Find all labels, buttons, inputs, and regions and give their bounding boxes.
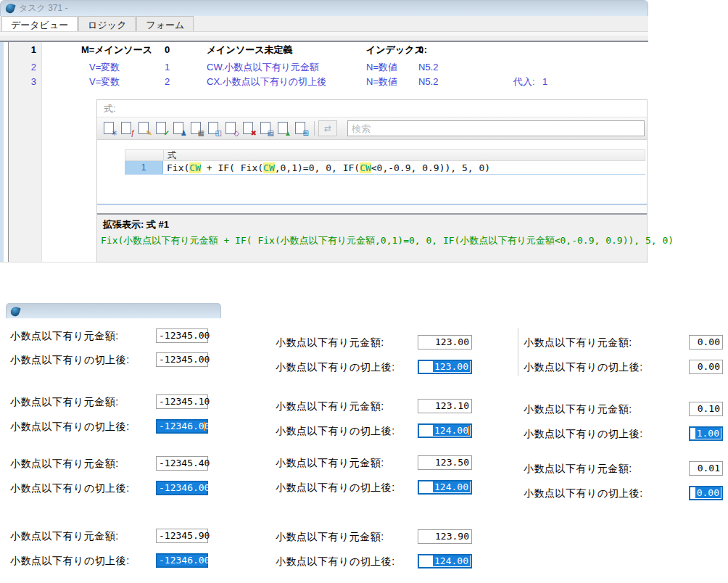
grid-cell-picture[interactable]: N5.2 [418, 75, 438, 88]
panel-splitter[interactable] [97, 204, 647, 215]
result-field[interactable]: 124.00 [418, 423, 472, 438]
check-syntax-icon[interactable]: ✔ [154, 121, 170, 136]
icon-glyph: ▲ [284, 130, 291, 137]
expression-text[interactable]: Fix(CW + IF( Fix(CW,0,1)=0, 0, IF(CW<0,-… [167, 161, 490, 175]
variable-token: CW [263, 162, 275, 173]
task-titlebar[interactable]: タスク 371 - [0, 0, 648, 16]
delete-expression-icon[interactable]: ✖ [241, 121, 257, 136]
result-field[interactable]: -12346.00 [156, 419, 208, 434]
result-label: 小数点以下有りの切上後: [276, 481, 395, 493]
amount-field[interactable]: 0.01 [689, 461, 723, 476]
result-field[interactable]: 0.00 [689, 486, 723, 500]
expression-row-number: 1 [125, 161, 163, 174]
result-label: 小数点以下有りの切上後: [524, 361, 643, 373]
form-pair-row: 小数点以下有りの切上後: 0.00 [524, 360, 727, 374]
grid-cell-name[interactable]: メインソース未定義 [207, 44, 293, 57]
grid-cell-attr[interactable]: N=数値 [366, 61, 397, 74]
grid-cell-seq[interactable]: 1 [165, 61, 170, 74]
row-number: 2 [9, 61, 36, 74]
expression-row[interactable]: 1 Fix(CW + IF( Fix(CW,0,1)=0, 0, IF(CW<0… [125, 161, 645, 175]
expr-seg: <0,-0.9, 0.9)), 5, 0) [371, 162, 490, 173]
variable-token: CW [360, 162, 371, 173]
amount-field[interactable]: -12345.10 [156, 394, 208, 409]
grid-cell-kind[interactable]: V=変数 [89, 61, 120, 74]
grid-cell-name[interactable]: CX.小数点以下有りの切上後 [207, 75, 326, 88]
amount-label: 小数点以下有り元金額: [10, 396, 119, 408]
copy-expression-icon[interactable]: ▤ [258, 121, 274, 136]
grid-cell-kind[interactable]: V=変数 [89, 75, 120, 88]
selected-text: 1.00 [695, 428, 721, 439]
table-icon[interactable]: ◫ [206, 121, 222, 136]
result-label: 小数点以下有りの切上後: [10, 482, 130, 494]
form-pair-row: 小数点以下有り元金額: -12345.40 [10, 456, 211, 471]
result-field[interactable]: 0.00 [689, 360, 723, 374]
form-pair-row: 小数点以下有りの切上後: 0.00 [524, 486, 727, 500]
result-field[interactable]: 123.00 [418, 360, 472, 374]
amount-field[interactable]: 123.90 [418, 529, 472, 544]
grid-cell-picture[interactable]: N5.2 [418, 61, 438, 74]
grid-cell-seq[interactable]: 0 [165, 44, 170, 57]
result-field[interactable]: 124.00 [418, 554, 472, 568]
result-field[interactable]: 124.00 [418, 480, 472, 495]
grid-cell-seq[interactable]: 2 [165, 75, 170, 88]
amount-label: 小数点以下有り元金額: [10, 530, 119, 542]
grid-cell-attr[interactable]: N=数値 [366, 75, 397, 88]
expanded-display-title: 拡張表示: 式 #1 [103, 218, 169, 231]
grid-cell-name[interactable]: CW.小数点以下有り元金額 [207, 61, 319, 74]
result-label: 小数点以下有りの切上後: [524, 428, 643, 439]
amount-field[interactable]: 123.50 [418, 455, 472, 470]
tab-logic[interactable]: ロジック [78, 16, 136, 31]
variables-icon[interactable]: ♟ [171, 121, 187, 136]
shapes-icon[interactable]: ▲ [276, 121, 291, 136]
result-label: 小数点以下有りの切上後: [524, 487, 643, 499]
expression-toolbar: ✳ ƒ ✎ ✔ ♟ ▦ ◫ ◇ ✖ ▤ ▲ ⊞ ⇄ [97, 117, 647, 140]
variable-token: CW [189, 162, 201, 173]
amount-label: 小数点以下有り元金額: [276, 457, 384, 468]
icon-glyph: ✔ [164, 130, 170, 137]
hierarchy-icon[interactable]: ⊞ [293, 121, 309, 136]
form-pair-row: 小数点以下有りの切上後: -12346.00 [10, 481, 211, 495]
expr-seg: ,0,1)=0, 0, IF( [275, 162, 360, 173]
form-pair-row: 小数点以下有り元金額: 0.10 [524, 402, 727, 416]
amount-field[interactable]: -12345.00 [156, 328, 208, 343]
amount-field[interactable]: -12345.40 [156, 456, 208, 471]
selected-text: 123.00 [433, 361, 470, 372]
result-field[interactable]: -12345.00 [156, 352, 208, 367]
grid-cell-assign-value[interactable]: 1 [542, 75, 547, 88]
grid-cell-picture[interactable]: 0 [418, 44, 423, 57]
new-expression-icon[interactable]: ✳ [102, 121, 117, 136]
expanded-expression-text: Fix(小数点以下有り元金額 + IF( Fix(小数点以下有り元金額,0,1)… [101, 234, 674, 247]
icon-glyph: ◫ [215, 130, 222, 137]
tabstrip: データビュー ロジック フォーム [0, 16, 648, 32]
amount-label: 小数点以下有り元金額: [524, 336, 632, 348]
grid-cell-kind[interactable]: M=メインソース [81, 44, 152, 57]
amount-field[interactable]: 123.10 [418, 399, 472, 413]
amount-field[interactable]: 0.10 [689, 402, 723, 416]
expression-column-header: 式 [167, 150, 176, 160]
result-field[interactable]: -12346.00 [156, 553, 208, 568]
tab-form[interactable]: フォーム [136, 16, 194, 31]
functions-icon[interactable]: ƒ [119, 121, 135, 136]
expanded-display-panel: 拡張表示: 式 #1 Fix(小数点以下有り元金額 + IF( Fix(小数点以… [97, 215, 647, 262]
expr-seg: Fix( [167, 162, 189, 173]
expression-table-header: 式 [125, 149, 645, 161]
display-expression-icon[interactable]: ▦ [189, 121, 204, 136]
icon-glyph: ▤ [268, 130, 274, 137]
tab-dataview[interactable]: データビュー [1, 16, 78, 31]
result-label: 小数点以下有りの切上後: [10, 421, 130, 432]
result-field[interactable]: 1.00 [689, 426, 723, 441]
page-shape [121, 122, 131, 134]
search-input[interactable] [347, 120, 645, 136]
amount-field[interactable]: 0.00 [689, 335, 723, 350]
selected-text: -12346.00 [157, 482, 207, 494]
result-label: 小数点以下有りの切上後: [276, 425, 395, 437]
edit-expression-icon[interactable]: ✎ [136, 121, 152, 136]
form-titlebar[interactable] [6, 303, 221, 318]
flow-icon[interactable]: ◇ [223, 121, 239, 136]
app-logo-icon [9, 305, 20, 317]
amount-field[interactable]: 123.00 [418, 335, 472, 350]
amount-field[interactable]: -12345.90 [156, 529, 208, 543]
form-pair-row: 小数点以下有りの切上後: 124.00 [276, 480, 475, 495]
selected-text: -12346.00 [157, 421, 207, 432]
result-field[interactable]: -12346.00 [156, 481, 208, 495]
